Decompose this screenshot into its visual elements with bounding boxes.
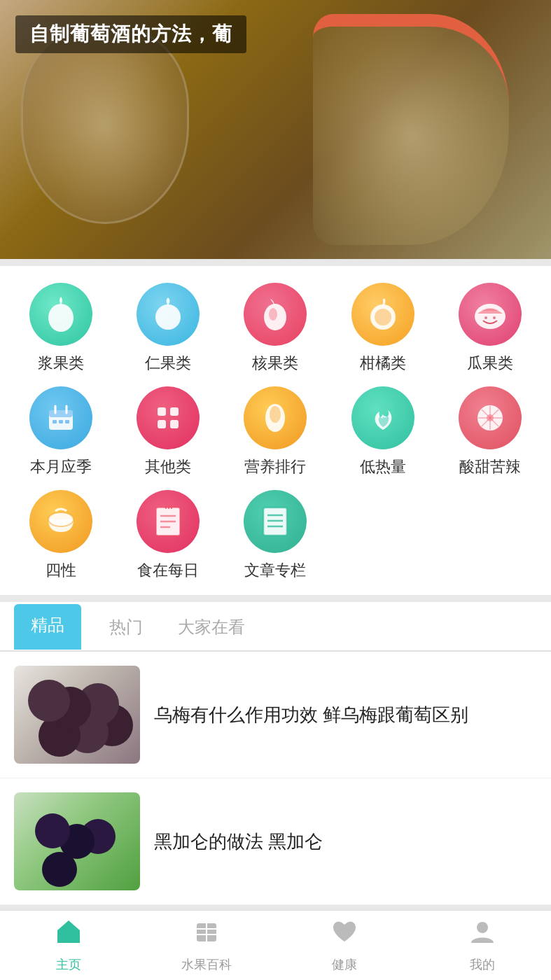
thumb-hei-img [14,792,140,890]
fruit-nav-svg [193,918,221,946]
article-svg [258,503,293,540]
category-item-he[interactable]: 核果类 [222,283,329,374]
home-label: 主页 [56,956,81,973]
category-item-nutrition[interactable]: 营养排行 [222,386,329,477]
season-svg [43,400,78,435]
other-label: 其他类 [145,456,191,477]
svg-point-7 [484,316,487,319]
category-item-ren[interactable]: 仁果类 [114,283,221,374]
article-thumb-hei [14,792,140,890]
berry-label: 浆果类 [38,353,84,374]
article-item-wumei[interactable]: 乌梅有什么作用功效 鲜乌梅跟葡萄区别 [0,652,551,778]
svg-point-27 [487,414,494,421]
page-content: 自制葡萄酒的方法，葡 浆果类 [0,0,551,975]
fruit-label: 水果百科 [181,956,232,973]
health-icon [330,918,358,952]
svg-point-3 [269,308,277,321]
svg-point-0 [48,304,74,332]
svg-rect-14 [59,420,63,424]
article-title-hei: 黑加仑的做法 黑加仑 [154,831,323,852]
tab-jingpin[interactable]: 精品 [14,604,81,650]
daily-icon [137,490,200,553]
svg-rect-10 [49,410,73,417]
ren-svg [151,296,186,332]
category-item-gua[interactable]: 瓜果类 [437,283,544,374]
nutrition-label: 营养排行 [244,456,306,477]
svg-point-6 [475,304,505,329]
other-icon [137,386,200,449]
daily-label: 食在每日 [137,560,199,581]
category-item-season[interactable]: 本月应季 [7,386,114,477]
nav-health[interactable]: 健康 [276,912,414,979]
mine-svg [468,918,496,946]
hero-banner[interactable]: 自制葡萄酒的方法，葡 [0,0,551,259]
nature-icon [29,490,92,553]
taste-label: 酸甜苦辣 [459,456,521,477]
gua-icon [459,283,522,346]
nature-svg [43,504,79,539]
category-section: 浆果类 仁果类 核 [0,266,551,595]
mine-icon [468,918,496,952]
category-item-article[interactable]: 文章专栏 [222,490,329,581]
taste-icon [459,386,522,449]
article-text-wumei: 乌梅有什么作用功效 鲜乌梅跟葡萄区别 [154,701,537,729]
berry-icon [29,283,92,346]
category-item-berry[interactable]: 浆果类 [7,283,114,374]
other-svg [151,400,186,435]
nav-home[interactable]: 主页 [0,912,138,979]
svg-rect-43 [64,936,73,943]
home-svg [55,918,83,946]
article-label: 文章专栏 [244,560,306,581]
lowcal-svg [365,400,400,435]
category-item-citrus[interactable]: 柑橘类 [329,283,436,374]
gua-svg [472,297,508,332]
he-label: 核果类 [252,353,298,374]
svg-point-8 [493,316,496,319]
article-text-hei: 黑加仑的做法 黑加仑 [154,828,537,855]
svg-point-1 [155,304,181,330]
category-item-lowcal[interactable]: 低热量 [329,386,436,477]
article-list: 乌梅有什么作用功效 鲜乌梅跟葡萄区别 黑加仑的做法 黑加仑 [0,652,551,905]
he-icon [244,283,307,346]
fruit-icon [193,918,221,952]
svg-rect-18 [158,420,166,428]
hero-title: 自制葡萄酒的方法，葡 [29,23,232,45]
svg-rect-13 [53,420,57,424]
hero-title-box: 自制葡萄酒的方法，葡 [15,15,246,53]
ren-icon [137,283,200,346]
season-label: 本月应季 [30,456,92,477]
thumb-wumei-img [14,666,140,764]
bottom-nav: 主页 水果百科 健康 我的 [0,910,551,980]
citrus-label: 柑橘类 [360,353,406,374]
category-item-nature[interactable]: 四性 [7,490,114,581]
gua-label: 瓜果类 [467,353,513,374]
category-item-taste[interactable]: 酸甜苦辣 [437,386,544,477]
jar-right [313,14,509,245]
taste-svg [473,400,508,435]
home-icon [55,918,83,952]
nav-mine[interactable]: 我的 [413,912,551,979]
citrus-icon [351,283,414,346]
category-item-other[interactable]: 其他类 [114,386,221,477]
he-svg [258,296,293,332]
nutrition-svg [258,400,293,435]
mine-label: 我的 [470,956,495,973]
nav-fruit[interactable]: 水果百科 [138,912,276,979]
berry-svg [44,295,78,333]
tab-hotmen[interactable]: 热门 [102,602,150,652]
season-icon [29,386,92,449]
svg-point-21 [270,406,281,423]
svg-point-48 [477,922,488,933]
citrus-svg [365,296,400,332]
article-icon [244,490,307,553]
lowcal-icon [351,386,414,449]
article-item-hei[interactable]: 黑加仑的做法 黑加仑 [0,778,551,905]
nutrition-icon [244,386,307,449]
tab-watching[interactable]: 大家在看 [171,602,252,652]
category-item-daily[interactable]: 食在每日 [114,490,221,581]
svg-rect-15 [65,420,69,424]
nature-label: 四性 [46,560,76,581]
health-svg [330,918,358,946]
svg-point-5 [375,309,391,326]
daily-svg [151,503,186,540]
